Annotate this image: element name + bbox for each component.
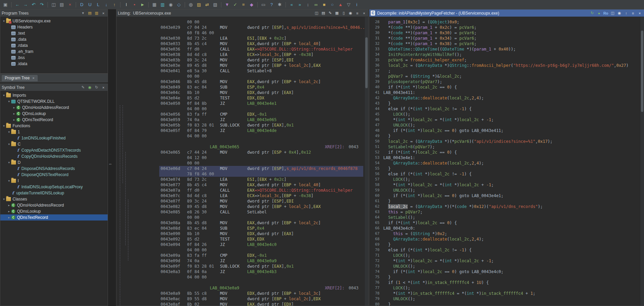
letter-d-icon[interactable]: D (78, 1, 86, 8)
decompile-line[interactable]: 61 } (371, 198, 640, 204)
listing-instruction-row[interactable]: 0043e09a83 fa ffCMPEDX,-0x1 (116, 253, 365, 258)
expander-icon[interactable]: ▸ (12, 111, 16, 117)
decompile-line[interactable]: 45 LOCK(); (371, 112, 640, 117)
snapshot-icon[interactable]: ◉ (617, 11, 622, 16)
listing-bytes-row[interactable]: 04 00 00 (116, 247, 365, 253)
expander-icon[interactable]: ▸ (12, 117, 16, 123)
tree-item-data[interactable]: .data (0, 36, 108, 42)
listing-instruction-row[interactable]: 0043e07aff d0CALLEAX=>QT5CORE.DLL::QStri… (116, 188, 365, 193)
duplicate-icon[interactable]: ◫ (314, 11, 319, 16)
expander-icon[interactable]: ▸ (12, 104, 16, 111)
scripts-icon[interactable]: ≡ (239, 1, 247, 8)
rosetta-label[interactable]: Ro (603, 11, 609, 16)
listing-instruction-row[interactable]: 0043e05bf0 83 28 01SUB.LOCKdword ptr [EA… (116, 122, 365, 128)
decompile-line[interactable]: 56 else if (*(int *)local_2c != -1) { (371, 171, 640, 177)
globe-icon[interactable]: ○ (328, 1, 336, 8)
tree-item-text[interactable]: .text (0, 30, 108, 36)
decompile-line[interactable]: 40 if (*(int *)local_2c == 0) { (371, 84, 640, 90)
decompile-scrollbar[interactable] (640, 17, 644, 306)
close-icon[interactable]: × (100, 11, 106, 16)
decompile-line[interactable]: 65 if (*(int *)local_2c == 0) { (371, 220, 640, 226)
tree-item-functions[interactable]: ▾Functions (0, 123, 108, 129)
decompile-line[interactable]: 70 else if (*(int *)local_2c != -1) { (371, 247, 640, 253)
decompile-line[interactable]: 78 *(int *)in_stack_ffffffc4 = *(int *)i… (371, 291, 640, 296)
decompile-line[interactable]: 57 LOCK(); (371, 177, 640, 182)
decompile-line[interactable]: 52 if (*(int *)local_2c == 0) { (371, 150, 640, 155)
listing-instruction-row[interactable]: 0043e04c8b 10MOVEDX,dword ptr [EAX] (116, 90, 365, 95)
copy-icon[interactable]: ◫ (610, 11, 615, 16)
decompile-line[interactable]: 33 QDateTime::QDateTime((QDateTime *)(pa… (371, 46, 640, 52)
listing-instruction-row[interactable]: 0043e0908b 10MOVEDX,dword ptr [EAX] (116, 231, 365, 236)
tab-program-tree[interactable]: Program Tree × (2, 75, 38, 81)
decompile-line[interactable]: 47 UNLOCK(); (371, 122, 640, 128)
expander-icon[interactable]: ▾ (7, 159, 11, 166)
listing-instruction-row[interactable]: 0043e08a8b 45 d8MOVEAX,dword ptr [EBP + … (116, 220, 365, 226)
listing-bytes-row[interactable]: 60 f8 46 00 (116, 30, 365, 36)
flag-icon[interactable]: ▲ (336, 1, 345, 8)
tree-item-1[interactable]: ▾1 (0, 129, 108, 135)
decompile-line[interactable]: 42 QArrayData::deallocate(local_2c,2,4); (371, 95, 640, 101)
decompile-line[interactable]: 79 UNLOCK(); (371, 296, 640, 302)
decompile-line[interactable]: 38 pQVar7 = (QString *)&local_2c; (371, 74, 640, 79)
back-icon[interactable]: ← (13, 1, 21, 8)
decompile-line[interactable]: 31 *(code **)(param_1 + 0x34) = pcVar6; (371, 36, 640, 41)
listing-instruction-row[interactable]: 0043e03e89 45 d8MOVdword ptr [EBP + loca… (116, 63, 365, 68)
decompile-line[interactable]: 62 local_2c = (QArrayData *)(*(code *)0x… (371, 204, 640, 209)
snapshot-icon[interactable]: ◉ (348, 11, 353, 16)
listing-instruction-row[interactable]: 0043e0a30f 84 0aJZLAB_0043e4b3 (116, 269, 365, 274)
decompile-line[interactable]: 77 LOCK(); (371, 285, 640, 291)
decompile-line[interactable]: 74 if (*(int *)local_2c == 0) goto LAB_0… (371, 269, 640, 274)
decompile-line[interactable]: 43 } (371, 101, 640, 106)
expander-icon[interactable]: ▸ (7, 202, 11, 208)
decompile-line[interactable]: 28 param_1[0x3c] = (QObject)0x0; (371, 19, 640, 25)
decompile-line[interactable]: 60 if (*(int *)local_2c == 0) goto LAB_0… (371, 193, 640, 198)
listing-instruction-row[interactable]: 0043e09285 d2TESTEDX,EDX (116, 236, 365, 242)
listing-blank-row[interactable] (116, 280, 365, 285)
graph-icon[interactable]: ◇ (175, 1, 183, 8)
decompile-line[interactable]: 49 } (371, 133, 640, 139)
listing-instruction-row[interactable]: 0043e0500f 84 8bJZLAB_0043e4e1 (116, 101, 365, 106)
pointer-icon[interactable]: ► (139, 1, 147, 8)
export-icon[interactable]: ↑ (623, 11, 629, 16)
tree-item-qdnstextrecord[interactable]: ▸CQDnsTextRecord (0, 117, 108, 123)
decompile-line[interactable]: 69 } (371, 242, 640, 247)
expander-icon[interactable]: ▾ (7, 129, 11, 135)
rerun-icon[interactable]: ● (596, 11, 602, 16)
new-tree-icon[interactable]: ▤ (87, 11, 93, 16)
highlight-icon[interactable]: ▨ (195, 1, 203, 8)
listing-instruction-row[interactable]: 0043e036ff d0CALLEAX=>QT5CORE.DLL::QStri… (116, 46, 365, 52)
check-icon[interactable]: ✓ (231, 1, 239, 8)
decompile-line[interactable]: 59 UNLOCK(); (371, 188, 640, 193)
navigate-prev-icon[interactable]: « (288, 1, 296, 8)
listing-label-row[interactable]: LAB_0043e065XREF[2]:0043 (116, 144, 365, 150)
tree-item-disposednsaddressrecords[interactable]: fDisposeDNSAddressRecords (0, 166, 108, 172)
listing-bytes-row[interactable]: 00 00 (116, 74, 365, 79)
decompile-line[interactable]: 53LAB_0043e4e1: (371, 155, 640, 160)
tree-item-updatetunnelidnslookup[interactable]: fupdateTunnelIDNSLookup (0, 190, 108, 196)
expander-icon[interactable]: ▸ (7, 208, 11, 214)
table-icon[interactable]: ▦ (150, 1, 159, 8)
tree-item-i[interactable]: ▾I (0, 178, 108, 184)
insert-icon[interactable]: I (122, 1, 130, 8)
listing-bytes-row[interactable]: 00 00 (116, 160, 365, 166)
tree-item-qdnslookup[interactable]: ▸CQDnsLookup (0, 208, 108, 214)
listing-bytes-row[interactable]: 04 12 00 (116, 155, 365, 160)
listing-instruction-row[interactable]: 0043e029c7 04 24MOVdword ptr [ESP],s_api… (116, 25, 365, 30)
edit-icon[interactable]: ✎ (327, 11, 333, 16)
filter-icon[interactable]: ▽ (345, 1, 353, 8)
tree-item-ubservicenoupx-exe[interactable]: ▾UBServicenoupx.exe (0, 18, 108, 24)
expander-icon[interactable]: ▾ (7, 178, 11, 184)
tree-item-qdnshostaddressrecord[interactable]: ▸CQDnsHostAddressRecord (0, 202, 108, 208)
decompile-line[interactable]: 30 *(code **)(param_1 + 0x30) = pcVar6; (371, 30, 640, 36)
decompile-line[interactable]: 55 } (371, 166, 640, 171)
decompile-line[interactable]: 66LAB_0043e4c0: (371, 226, 640, 231)
decompile-line[interactable]: 51 SetLabel+8(pQVar7); (371, 144, 640, 150)
tree-item-eh-fram[interactable]: .eh_fram (0, 49, 108, 55)
listing-instruction-row[interactable]: 0043e065c7 44 24MOVdword ptr [ESP + 0x4]… (116, 150, 365, 155)
camera-icon[interactable]: ◉ (167, 1, 175, 8)
tab-close-icon[interactable]: × (32, 76, 34, 80)
tree-item-1ondnslookupfinished[interactable]: f1onDNSLookupFinished (0, 135, 108, 141)
close-icon[interactable]: × (100, 85, 106, 90)
goto-down-icon[interactable]: ↓ (102, 1, 110, 8)
lock-icon[interactable]: ■ (320, 1, 328, 8)
